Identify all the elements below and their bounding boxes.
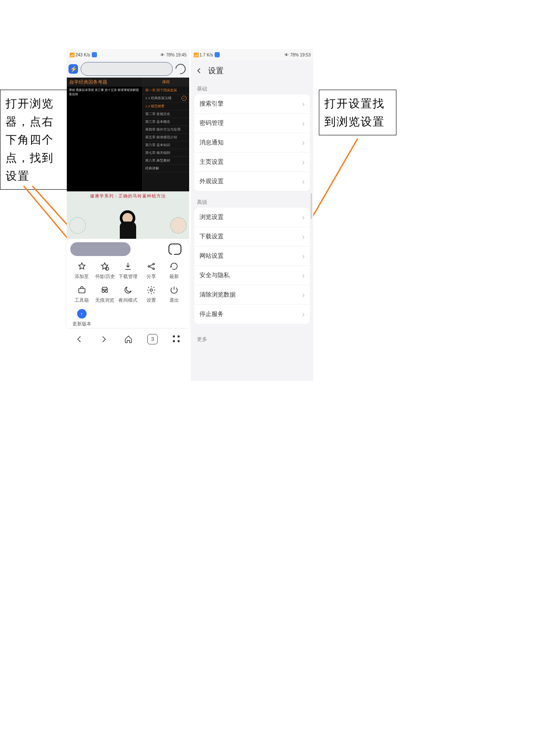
settings-basic-label: 主页设置: [199, 158, 224, 166]
gear-icon: [140, 284, 163, 296]
annotation-right: 打开设置找到浏览设置: [319, 90, 396, 135]
menu-item-label: 设置: [140, 297, 163, 303]
browser-content: 自学经典国务考题 课程 视频目录系统 第三章 第十五讲 标准课程讲解观看说明 课…: [67, 78, 189, 191]
menu-item-toolbox[interactable]: 工具箱: [70, 284, 94, 303]
svg-rect-4: [78, 288, 85, 293]
download-icon: [116, 260, 140, 272]
eye-icon: 👁: [284, 53, 289, 57]
annotation-right-text: 打开设置找到浏览设置: [324, 97, 385, 128]
chevron-right-icon: ›: [302, 310, 305, 318]
account-blur[interactable]: [70, 242, 131, 256]
incognito-icon: [94, 284, 117, 296]
settings-adv-row[interactable]: 清除浏览数据›: [194, 285, 310, 305]
menu-item-upload-round[interactable]: ↑更新版本: [70, 308, 94, 327]
address-blur[interactable]: [81, 62, 173, 76]
power-icon: [162, 284, 186, 296]
menu-item-download[interactable]: 下载管理: [116, 260, 140, 280]
settings-basic-row[interactable]: 主页设置›: [194, 153, 310, 172]
menu-item-label: 更新版本: [70, 321, 94, 327]
page-banner: 自学经典国务考题: [67, 78, 142, 87]
video-thumbnail[interactable]: 健康学系列：正确的马铃薯种植方法: [67, 191, 189, 239]
chevron-right-icon: ›: [302, 233, 305, 241]
content-menu[interactable]: 课程 第一章 国下国家政策1.1 经典政策法规✓1.2 规范纲要第二章 发展历史…: [142, 78, 189, 191]
settings-adv-label: 清除浏览数据: [199, 291, 236, 299]
settings-basic-label: 密码管理: [199, 119, 224, 127]
menu-item-star-outline[interactable]: 添加至: [70, 260, 94, 280]
course-menu-item[interactable]: 第五章 标准规范介绍: [143, 134, 189, 141]
menu-item-label: 退出: [162, 297, 186, 303]
settings-basic-row[interactable]: 外观设置›: [194, 172, 310, 191]
phone-screenshot-browser: 📶 243 K/s 👁 78% 19:45 ⚡ 自学经典国务考题 课程 视频目录…: [67, 49, 189, 381]
settings-basic-label: 消息通知: [199, 139, 224, 147]
settings-adv-label: 下载设置: [199, 233, 224, 241]
menu-item-power[interactable]: 退出: [162, 284, 186, 303]
nav-menu-four-dots[interactable]: [171, 334, 182, 345]
menu-item-star-clock[interactable]: 书签/历史: [94, 260, 117, 280]
status-dot-icon: [215, 52, 220, 57]
nav-back-button[interactable]: [74, 334, 85, 345]
settings-adv-row[interactable]: 安全与隐私›: [194, 266, 310, 285]
course-menu-item[interactable]: 1.1 经典政策法规✓: [143, 94, 189, 103]
chevron-right-icon: ›: [302, 158, 305, 166]
settings-adv-row[interactable]: 网站设置›: [194, 247, 310, 266]
course-menu-item[interactable]: 第一章 国下国家政策: [143, 87, 189, 94]
course-menu-label: 第四章 操作方法与应用: [145, 127, 181, 132]
settings-basic-row[interactable]: 消息通知›: [194, 133, 310, 153]
nav-tabs-button[interactable]: 3: [147, 334, 158, 344]
course-menu-item[interactable]: 经典讲解: [143, 165, 189, 172]
settings-adv-label: 网站设置: [199, 252, 224, 260]
menu-item-gear[interactable]: 设置: [140, 284, 163, 303]
settings-basic-row[interactable]: 搜索引擎›: [194, 94, 310, 114]
course-menu-item[interactable]: 第六章 基本知识: [143, 141, 189, 149]
chevron-right-icon: ›: [302, 252, 305, 260]
browser-bottom-nav: 3: [67, 328, 189, 350]
settings-adv-row[interactable]: 下载设置›: [194, 227, 310, 247]
diagram-circle-icon: [69, 217, 86, 234]
course-menu-item[interactable]: 第七章 相关细则: [143, 149, 189, 157]
settings-header: 设置: [191, 60, 313, 83]
settings-basic-list: 搜索引擎›密码管理›消息通知›主页设置›外观设置›: [194, 94, 310, 191]
section-adv-title: 高级: [191, 196, 313, 208]
menu-item-label: 最新: [162, 273, 186, 280]
menu-item-label: 添加至: [70, 273, 94, 280]
scroll-indicator[interactable]: [311, 193, 312, 219]
signal-icon: 📶: [69, 53, 75, 57]
status-left: 📶 243 K/s: [69, 52, 98, 57]
settings-more-label: 更多: [191, 329, 313, 350]
video-title: 健康学系列：正确的马铃薯种植方法: [67, 193, 189, 199]
nav-forward-button[interactable]: [98, 334, 109, 345]
battery-pct: 78% 19:45: [166, 53, 187, 57]
messages-icon[interactable]: [168, 244, 181, 255]
star-clock-icon: [94, 260, 117, 272]
nav-home-button[interactable]: [123, 334, 134, 345]
course-menu-label: 经典讲解: [145, 166, 159, 171]
diagram-circle-icon: [170, 217, 187, 234]
course-menu-item[interactable]: 第八章 典型素材: [143, 157, 189, 165]
settings-adv-row[interactable]: 浏览设置›: [194, 208, 310, 227]
course-menu-item[interactable]: 1.2 规范纲要: [143, 103, 189, 110]
course-menu-item[interactable]: 第四章 操作方法与应用: [143, 126, 189, 134]
course-menu-item[interactable]: 第三章 基本概念: [143, 118, 189, 126]
menu-item-moon[interactable]: 夜间模式: [116, 284, 140, 303]
settings-adv-label: 浏览设置: [199, 213, 224, 221]
status-bar: 📶 1.7 K/s 👁 78% 19:53: [191, 49, 313, 60]
settings-basic-row[interactable]: 密码管理›: [194, 114, 310, 133]
status-bar: 📶 243 K/s 👁 78% 19:45: [67, 49, 189, 60]
menu-item-refresh[interactable]: 最新: [162, 260, 186, 280]
course-menu-label: 第七章 相关细则: [145, 150, 170, 155]
menu-item-label: 分享: [140, 273, 163, 280]
refresh-icon: [162, 260, 186, 272]
eye-icon: 👁: [160, 53, 165, 57]
reload-icon[interactable]: [173, 62, 188, 76]
back-button[interactable]: [195, 67, 203, 75]
menu-item-share[interactable]: 分享: [140, 260, 163, 280]
bolt-icon[interactable]: ⚡: [69, 64, 78, 74]
browser-address-bar[interactable]: ⚡: [67, 60, 189, 78]
course-menu-item[interactable]: 第二章 发展历史: [143, 110, 189, 118]
check-icon: ✓: [181, 96, 187, 101]
svg-point-6: [105, 290, 108, 293]
menu-item-incognito[interactable]: 无痕浏览: [94, 284, 117, 303]
settings-adv-row[interactable]: 停止服务›: [194, 305, 310, 324]
course-menu-label: 第二章 发展历史: [145, 112, 170, 116]
annotation-left-text: 打开浏览器，点右下角四个点，找到设置: [6, 97, 54, 182]
